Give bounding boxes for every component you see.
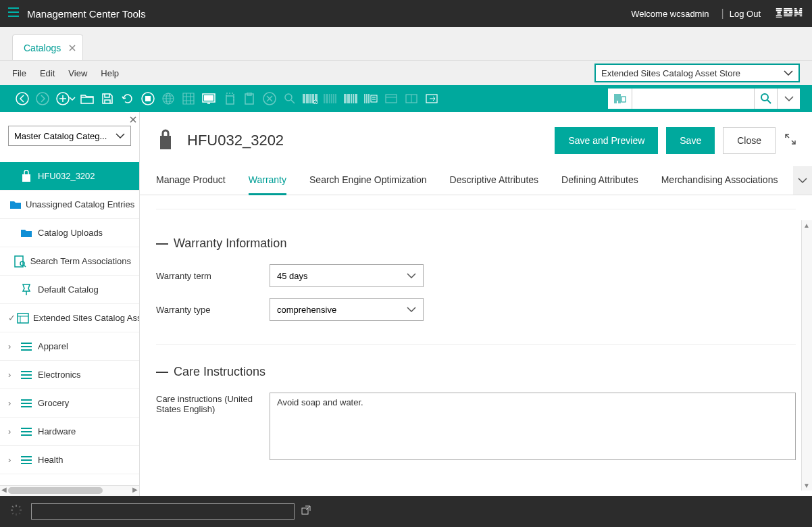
- expand-icon[interactable]: ›: [8, 398, 18, 408]
- export-button[interactable]: [422, 89, 442, 109]
- globe-button[interactable]: [158, 89, 178, 109]
- menu-file[interactable]: File: [12, 68, 26, 78]
- copy-button[interactable]: [219, 89, 239, 109]
- tab[interactable]: Defining Attributes: [561, 166, 638, 195]
- catalogs-tab[interactable]: Catalogs: [12, 34, 83, 60]
- forward-button[interactable]: [32, 89, 53, 109]
- svg-rect-7: [784, 9, 792, 11]
- tree-item-label: Apparel: [38, 341, 68, 351]
- save-button[interactable]: [97, 89, 118, 109]
- hamburger-icon[interactable]: [8, 7, 19, 20]
- tree-item[interactable]: ›Apparel: [0, 332, 139, 361]
- collapse-care-icon[interactable]: —: [156, 365, 168, 379]
- tab[interactable]: Manage Product: [156, 166, 226, 195]
- expand-icon[interactable]: ›: [8, 341, 18, 351]
- tree-item-label: Unassigned Catalog Entries: [26, 199, 134, 209]
- menu-edit[interactable]: Edit: [40, 68, 55, 78]
- expand-icon[interactable]: ›: [8, 426, 18, 436]
- menu-view[interactable]: View: [68, 68, 87, 78]
- logout-link[interactable]: Log Out: [730, 9, 761, 19]
- open-button[interactable]: [77, 89, 97, 109]
- svg-rect-18: [794, 13, 802, 14]
- tree-item[interactable]: ›Electronics: [0, 361, 139, 389]
- tree-item[interactable]: ›Grocery: [0, 389, 139, 418]
- close-tab-icon[interactable]: [69, 43, 76, 53]
- care-instructions-label: Care instructions (United States English…: [156, 393, 270, 460]
- tab[interactable]: Merchandising Associations: [661, 166, 778, 195]
- catalog-view-selector[interactable]: Master Catalog Categ...: [8, 126, 131, 146]
- find-replace-button[interactable]: [280, 89, 300, 109]
- search-icon[interactable]: [754, 89, 777, 109]
- svg-rect-5: [776, 17, 782, 18]
- barcode1-button[interactable]: [300, 89, 320, 109]
- tree-item[interactable]: Unassigned Catalog Entries: [0, 191, 139, 219]
- warranty-type-select[interactable]: comprehensive: [270, 298, 424, 321]
- search-scope-icon[interactable]: [608, 89, 632, 109]
- command-input[interactable]: [31, 503, 295, 520]
- collapse-warranty-icon[interactable]: —: [156, 236, 168, 251]
- paste-button[interactable]: [239, 89, 259, 109]
- back-button[interactable]: [12, 89, 32, 109]
- pin-icon: [19, 284, 34, 296]
- top-bar: Management Center Tools Welcome wcsadmin…: [0, 0, 812, 27]
- svg-point-34: [285, 94, 292, 101]
- tree-item[interactable]: ›Health: [0, 446, 139, 474]
- tree-item[interactable]: ›Hardware: [0, 418, 139, 446]
- expand-icon[interactable]: ›: [8, 455, 18, 465]
- svg-rect-14: [794, 9, 797, 11]
- search-input[interactable]: [632, 89, 754, 109]
- warranty-term-label: Warranty term: [156, 271, 270, 281]
- save-and-preview-button[interactable]: Save and Preview: [555, 127, 658, 154]
- save-button[interactable]: Save: [666, 127, 715, 154]
- expand-icon[interactable]: [785, 134, 796, 147]
- warranty-term-select[interactable]: 45 days: [270, 264, 424, 287]
- catalogs-tab-label: Catalogs: [24, 43, 61, 53]
- spinner-icon: [9, 503, 23, 520]
- svg-rect-25: [145, 96, 151, 101]
- tab[interactable]: Descriptive Attributes: [450, 166, 539, 195]
- tree-item[interactable]: Search Term Associations: [0, 247, 139, 276]
- barcode-settings-button[interactable]: [361, 89, 381, 109]
- svg-rect-15: [799, 9, 802, 11]
- svg-rect-1: [776, 9, 782, 11]
- tree-item[interactable]: HFU032_3202: [0, 162, 139, 191]
- barcode3-button[interactable]: [340, 89, 361, 109]
- tree-item-label: Search Term Associations: [30, 256, 131, 266]
- search-menu-chevron[interactable]: [777, 89, 800, 109]
- property-tabs: Manage ProductWarrantySearch Engine Opti…: [140, 166, 812, 195]
- menu-help[interactable]: Help: [101, 68, 119, 78]
- preview-button[interactable]: [199, 89, 219, 109]
- tree-item-label: Health: [38, 455, 64, 465]
- svg-rect-37: [386, 95, 397, 103]
- svg-rect-6: [784, 8, 792, 9]
- search-doc-icon: [14, 255, 26, 268]
- collapse-sidebar-icon[interactable]: [130, 114, 136, 126]
- tab[interactable]: Warranty: [249, 166, 286, 195]
- barcode2-button[interactable]: [320, 89, 340, 109]
- expand-icon[interactable]: ›: [8, 370, 18, 380]
- vertical-scrollbar[interactable]: ▲▼: [801, 220, 812, 491]
- popout-icon[interactable]: [301, 505, 311, 518]
- new-menu-chevron[interactable]: [68, 89, 77, 109]
- svg-rect-29: [204, 95, 213, 101]
- tabs-overflow-chevron[interactable]: [793, 166, 812, 195]
- sidebar-horizontal-scrollbar[interactable]: ◀▶: [0, 485, 139, 496]
- layout1-button[interactable]: [381, 89, 401, 109]
- refresh-button[interactable]: [118, 89, 138, 109]
- tab[interactable]: Search Engine Optimization: [309, 166, 427, 195]
- tree-item[interactable]: Default Catalog: [0, 276, 139, 304]
- svg-rect-0: [776, 8, 782, 9]
- delete-button[interactable]: [259, 89, 280, 109]
- svg-rect-11: [784, 15, 792, 16]
- care-instructions-input[interactable]: [270, 393, 796, 460]
- stop-button[interactable]: [138, 89, 158, 109]
- layout2-button[interactable]: [401, 89, 422, 109]
- close-button[interactable]: Close: [723, 127, 776, 154]
- welcome-text: Welcome wcsadmin: [631, 9, 709, 19]
- tree-item[interactable]: ✓Extended Sites Catalog Asset Store: [0, 304, 139, 332]
- tree-item[interactable]: Catalog Uploads: [0, 219, 139, 247]
- chevron-down-icon: [407, 273, 416, 278]
- grid-button[interactable]: [178, 89, 199, 109]
- store-selector[interactable]: Extended Sites Catalog Asset Store: [594, 64, 800, 82]
- list-icon: [19, 427, 34, 436]
